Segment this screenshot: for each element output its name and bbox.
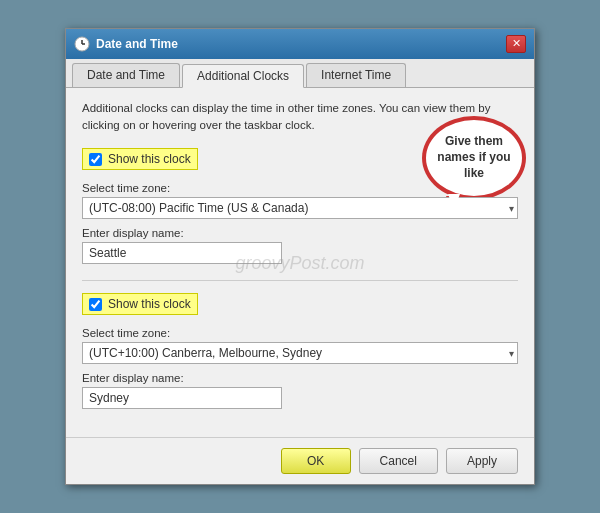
clock1-checkbox[interactable] [89,153,102,166]
clock-icon [74,36,90,52]
clock2-displayname-label: Enter display name: [82,372,518,384]
tab-bar: Date and Time Additional Clocks Internet… [66,59,534,88]
clock2-checkbox[interactable] [89,298,102,311]
title-bar-left: Date and Time [74,36,178,52]
clock1-displayname-input[interactable] [82,242,282,264]
clock2-displayname-input[interactable] [82,387,282,409]
close-button[interactable]: ✕ [506,35,526,53]
annotation-text: Give them names if you like [426,134,522,181]
clock1-displayname-label: Enter display name: [82,227,518,239]
clock1-checkbox-row[interactable]: Show this clock [82,148,198,170]
tab-additional-clocks[interactable]: Additional Clocks [182,64,304,88]
clock2-checkbox-label: Show this clock [108,297,191,311]
tab-internet-time[interactable]: Internet Time [306,63,406,87]
dialog-window: Date and Time ✕ Date and Time Additional… [65,28,535,486]
title-bar: Date and Time ✕ [66,29,534,59]
clock2-timezone-label: Select time zone: [82,327,518,339]
clock2-section: Show this clock Select time zone: (UTC+1… [82,293,518,409]
footer: OK Cancel Apply [66,437,534,484]
section-separator [82,280,518,281]
clock2-timezone-select[interactable]: (UTC+10:00) Canberra, Melbourne, Sydney [82,342,518,364]
clock2-checkbox-row[interactable]: Show this clock [82,293,198,315]
apply-button[interactable]: Apply [446,448,518,474]
ok-button[interactable]: OK [281,448,351,474]
annotation-bubble: Give them names if you like [424,118,524,198]
clock2-timezone-wrapper: (UTC+10:00) Canberra, Melbourne, Sydney … [82,342,518,364]
dialog-title: Date and Time [96,37,178,51]
content-area: groovyPost.com Give them names if you li… [66,88,534,438]
tab-date-time[interactable]: Date and Time [72,63,180,87]
cancel-button[interactable]: Cancel [359,448,438,474]
clock1-checkbox-label: Show this clock [108,152,191,166]
